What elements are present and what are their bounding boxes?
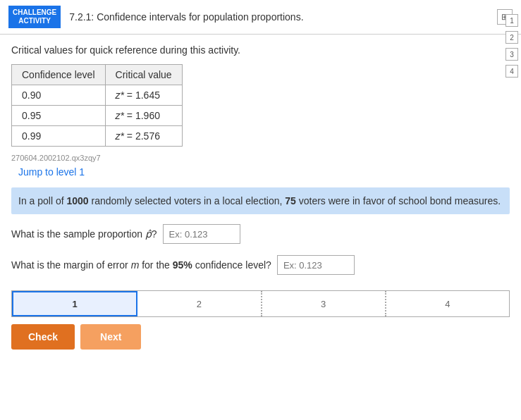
page-title: 7.2.1: Confidence intervals for populati… xyxy=(69,11,303,23)
question-2-text: What is the margin of error m for the 95… xyxy=(11,259,271,271)
m-symbol: m xyxy=(131,259,140,271)
confidence-value-1: 0.90 xyxy=(12,85,106,106)
code-reference: 270604.2002102.qx3zqy7 xyxy=(11,154,510,162)
next-button[interactable]: Next xyxy=(80,324,141,350)
critical-value-1: z* = 1.645 xyxy=(105,85,182,106)
progress-bar: 1 2 3 4 xyxy=(11,290,510,317)
progress-segment-2[interactable]: 2 xyxy=(137,291,262,316)
confidence-value-2: 0.95 xyxy=(12,106,106,126)
question-1-row: What is the sample proportion p̂? xyxy=(11,224,510,244)
sample-proportion-input[interactable] xyxy=(163,224,240,244)
progress-section: 1 2 3 4 xyxy=(11,286,510,317)
challenge-badge: CHALLENGE ACTIVITY xyxy=(8,6,61,28)
page-header: CHALLENGE ACTIVITY 7.2.1: Confidence int… xyxy=(0,0,521,35)
question-2-row: What is the margin of error m for the 95… xyxy=(11,255,510,275)
action-buttons: Check Next xyxy=(11,324,510,350)
para-bold-75: 75 xyxy=(285,195,296,206)
main-content: Critical values for quick reference duri… xyxy=(0,35,521,350)
confidence-level-text: 95% xyxy=(173,259,192,271)
problem-paragraph: In a poll of 1000 randomly selected vote… xyxy=(11,187,510,214)
question-1-text: What is the sample proportion p̂? xyxy=(11,228,157,240)
progress-segment-1[interactable]: 1 xyxy=(12,291,137,316)
table-row: 0.95 z* = 1.960 xyxy=(12,106,183,126)
table-row: 0.99 z* = 2.576 xyxy=(12,126,183,147)
check-button[interactable]: Check xyxy=(11,324,75,350)
para-bold-1000: 1000 xyxy=(67,195,89,206)
progress-segment-4[interactable]: 4 xyxy=(386,291,509,316)
level-indicator-1[interactable]: 1 xyxy=(505,14,518,27)
para-text-middle: randomly selected voters in a local elec… xyxy=(89,195,286,206)
p-hat-symbol: p̂ xyxy=(145,228,152,240)
para-text-after: voters were in favor of school bond meas… xyxy=(296,195,501,206)
intro-text: Critical values for quick reference duri… xyxy=(11,44,510,56)
margin-of-error-input[interactable] xyxy=(277,255,355,275)
critical-value-2: z* = 1.960 xyxy=(105,106,182,126)
table-header-confidence: Confidence level xyxy=(12,65,106,85)
confidence-value-3: 0.99 xyxy=(12,126,106,147)
critical-value-3: z* = 2.576 xyxy=(105,126,182,147)
jump-to-level-link[interactable]: Jump to level 1 xyxy=(18,166,85,178)
reference-table: Confidence level Critical value 0.90 z* … xyxy=(11,64,183,147)
para-text-before: In a poll of xyxy=(18,195,67,206)
table-header-critical: Critical value xyxy=(105,65,182,85)
progress-segment-3[interactable]: 3 xyxy=(262,291,386,316)
table-row: 0.90 z* = 1.645 xyxy=(12,85,183,106)
